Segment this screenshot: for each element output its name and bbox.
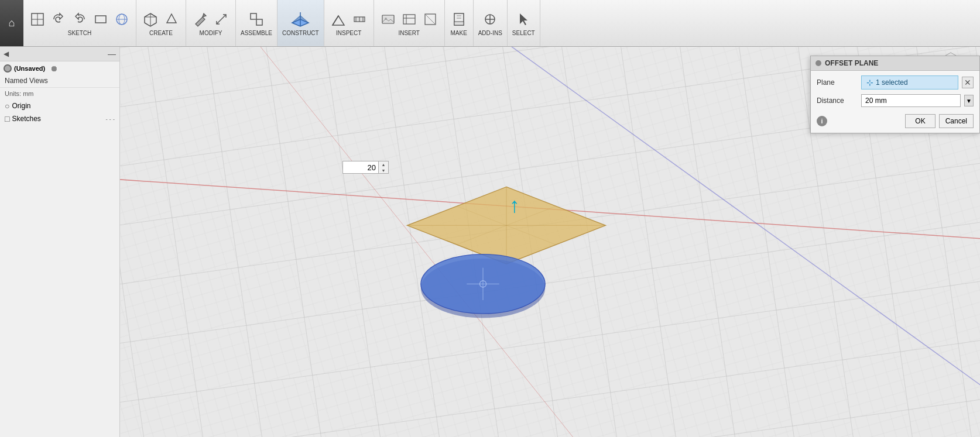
construct-label: CONSTRUCT <box>282 30 319 36</box>
plane-label: Plane <box>817 78 858 87</box>
origin-label: Origin <box>12 102 30 110</box>
select-icon <box>514 10 533 29</box>
svg-line-14 <box>333 16 338 25</box>
svg-rect-10 <box>251 13 256 19</box>
drag-up-arrow[interactable]: ↑ <box>509 193 520 218</box>
panel-title-row: (Unsaved) ⏺ <box>0 61 119 74</box>
svg-marker-9 <box>167 14 176 23</box>
svg-rect-19 <box>382 15 394 23</box>
record-button[interactable]: ⏺ <box>50 64 58 73</box>
units-label: Units: mm <box>5 90 34 97</box>
plane-row: Plane ⊹ 1 selected ✕ <box>817 75 974 90</box>
sketch-label: SKETCH <box>68 30 92 36</box>
3d-shape-area: ↑ <box>354 176 676 369</box>
svg-rect-26 <box>454 22 464 25</box>
distance-row: Distance ▼ <box>817 94 974 107</box>
globe-icon <box>112 10 131 29</box>
assemble-group[interactable]: ASSEMBLE <box>236 0 277 46</box>
insert-photo-icon <box>379 10 398 29</box>
offset-panel-title: OFFSET PLANE <box>825 59 878 67</box>
tree-item-origin[interactable]: ○ Origin <box>0 99 119 112</box>
undo-icon <box>49 10 68 29</box>
insert-canvas-icon <box>400 10 419 29</box>
inspect-icon <box>329 10 348 29</box>
measure-icon <box>350 10 369 29</box>
offset-plane-panel: OFFSET PLANE Plane ⊹ 1 selected ✕ Distan… <box>810 56 980 133</box>
inspect-group[interactable]: INSPECT <box>324 0 374 46</box>
offset-panel-header: OFFSET PLANE <box>811 56 979 71</box>
sketch-group[interactable]: SKETCH <box>23 0 136 46</box>
assemble-label: ASSEMBLE <box>241 30 272 36</box>
modify-scale-icon <box>212 10 231 29</box>
plane-selected-button[interactable]: ⊹ 1 selected <box>861 75 958 90</box>
left-panel: ◀ — (Unsaved) ⏺ Named Views Units: mm ○ … <box>0 47 120 437</box>
offset-panel-body: Plane ⊹ 1 selected ✕ Distance ▼ i OK Can… <box>811 71 979 133</box>
svg-rect-11 <box>256 19 262 25</box>
addins-icon <box>481 10 499 29</box>
sketches-label: Sketches <box>12 115 40 123</box>
distance-label: Distance <box>817 97 858 105</box>
unsaved-indicator <box>4 64 12 73</box>
insert-group[interactable]: INSERT <box>374 0 445 46</box>
home-button[interactable]: ⌂ <box>0 0 23 46</box>
make-icon <box>450 10 468 29</box>
assemble-icon <box>247 10 266 29</box>
distance-input[interactable] <box>861 94 961 107</box>
inline-distance-input[interactable] <box>343 162 378 173</box>
insert-label: INSERT <box>398 30 420 36</box>
modify-icon <box>191 10 210 29</box>
inline-value-box[interactable]: ▲ ▼ <box>342 161 389 174</box>
make-group[interactable]: MAKE <box>445 0 474 46</box>
create-box-icon <box>141 10 160 29</box>
sketches-icon: □ <box>5 114 9 123</box>
info-icon[interactable]: i <box>817 116 827 126</box>
sketch-icon <box>28 10 47 29</box>
origin-icon: ○ <box>5 101 9 111</box>
svg-rect-3 <box>95 16 106 23</box>
panel-header: ◀ — <box>0 47 119 61</box>
addins-label: ADD-INS <box>478 30 502 36</box>
spinner-up[interactable]: ▲ <box>379 161 388 167</box>
toolbar: ⌂ SKETCH <box>0 0 980 47</box>
ok-button[interactable]: OK <box>905 114 935 128</box>
cancel-button[interactable]: Cancel <box>939 114 974 128</box>
construct-icon <box>291 10 310 29</box>
tree-item-sketches[interactable]: □ Sketches - - - <box>0 112 119 125</box>
project-title: (Unsaved) <box>14 65 45 72</box>
modify-group[interactable]: MODIFY <box>186 0 236 46</box>
distance-arrow-button[interactable]: ▼ <box>964 95 974 106</box>
units-row: Units: mm <box>0 88 119 99</box>
create-label: CREATE <box>149 30 173 36</box>
construct-group[interactable]: CONSTRUCT <box>277 0 324 46</box>
modify-label: MODIFY <box>200 30 222 36</box>
addins-group[interactable]: ADD-INS <box>474 0 508 46</box>
plane-selected-text: 1 selected <box>876 78 908 87</box>
panel-status-dot <box>815 60 821 66</box>
minimize-icon[interactable]: — <box>108 49 116 59</box>
value-spinner[interactable]: ▲ ▼ <box>378 161 388 173</box>
offset-actions: i OK Cancel <box>817 112 974 128</box>
create-arrow-icon <box>162 10 181 29</box>
create-group[interactable]: CREATE <box>136 0 186 46</box>
plane-select-icon: ⊹ <box>866 78 873 87</box>
redo-icon <box>70 10 89 29</box>
panel-close-icon[interactable]: ◀ <box>4 50 9 58</box>
named-views-label: Named Views <box>5 77 48 85</box>
make-label: MAKE <box>451 30 467 36</box>
select-group[interactable]: SELECT <box>508 0 540 46</box>
named-views-section[interactable]: Named Views <box>0 74 119 88</box>
plane-clear-button[interactable]: ✕ <box>962 77 974 88</box>
svg-rect-21 <box>403 15 415 24</box>
select-label: SELECT <box>512 30 535 36</box>
inspect-label: INSPECT <box>336 30 361 36</box>
spinner-down[interactable]: ▼ <box>379 167 388 173</box>
insert-decal-icon <box>421 10 440 29</box>
base-sketch-ellipse <box>413 252 553 322</box>
rectangle-icon <box>91 10 110 29</box>
